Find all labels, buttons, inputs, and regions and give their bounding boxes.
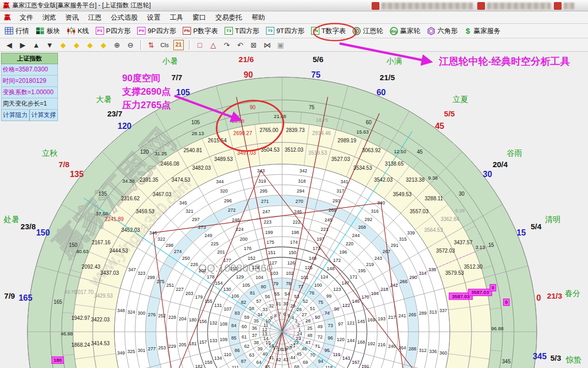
svg-text:249: 249 xyxy=(204,233,212,238)
compress-icon[interactable]: ⋈ xyxy=(261,39,273,51)
svg-text:120: 120 xyxy=(117,122,131,130)
svg-text:38: 38 xyxy=(254,340,259,345)
gann-wheel-chart[interactable]: 赢家江恩网www.yingjia360.comQQ:10080036012345… xyxy=(0,52,588,368)
svg-text:3557.03: 3557.03 xyxy=(410,209,429,214)
svg-text:3422.03: 3422.03 xyxy=(91,317,110,322)
zoom-out-icon[interactable]: ⊖ xyxy=(124,39,137,51)
toolbar-button-六角形[interactable]: 六角形 xyxy=(425,26,459,36)
svg-text:84: 84 xyxy=(231,323,237,328)
blocks-icon xyxy=(36,27,45,35)
svg-text:32: 32 xyxy=(269,303,274,308)
menu-item-公式选股[interactable]: 公式选股 xyxy=(106,12,142,23)
menu-item-工具[interactable]: 工具 xyxy=(165,12,188,23)
svg-text:27: 27 xyxy=(302,312,307,317)
menu-item-窗口[interactable]: 窗口 xyxy=(188,12,211,23)
menu-item-文件[interactable]: 文件 xyxy=(15,12,38,23)
toolbar-button-江恩轮[interactable]: 江恩轮 xyxy=(351,26,385,36)
svg-text:251: 251 xyxy=(166,283,174,288)
svg-text:7: 7 xyxy=(278,312,281,317)
square-tool-icon[interactable]: □ xyxy=(194,39,206,51)
screen-icon[interactable]: ▣ xyxy=(274,39,287,51)
triangle-tool-icon[interactable]: △ xyxy=(207,39,219,51)
drawing-toolbar: ◀▶▲▼◆◆◆◆⊕⊖⇅Cls21□△↷↶⊠⋈▣ xyxy=(0,38,588,52)
svg-text:60: 60 xyxy=(376,88,386,97)
menu-item-江恩[interactable]: 江恩 xyxy=(83,12,106,23)
toolbar-button-行情[interactable]: 行情 xyxy=(3,26,31,36)
nav-up-icon[interactable]: ▲ xyxy=(30,39,42,51)
svg-text:191: 191 xyxy=(361,364,369,368)
svg-text:2391.35: 2391.35 xyxy=(140,177,159,183)
toolbar-button-赢家服务[interactable]: $赢家服务 xyxy=(463,26,502,36)
svg-text:3572.03: 3572.03 xyxy=(436,248,455,254)
svg-text:108: 108 xyxy=(219,321,227,327)
table-icon xyxy=(5,27,13,35)
svg-text:265: 265 xyxy=(408,312,416,317)
cls-icon[interactable]: Cls xyxy=(158,39,171,51)
expand-icon[interactable]: ⊠ xyxy=(247,39,260,51)
svg-text:246: 246 xyxy=(294,209,302,214)
svg-text:立夏: 立夏 xyxy=(453,95,468,104)
svg-text:75: 75 xyxy=(318,300,324,305)
nav-down-icon[interactable]: ▼ xyxy=(43,39,56,51)
svg-text:47: 47 xyxy=(305,340,311,345)
svg-text:244: 244 xyxy=(352,233,360,238)
svg-text:247: 247 xyxy=(262,209,270,214)
menu-item-交易委托[interactable]: 交易委托 xyxy=(211,12,247,23)
svg-text:37.50: 37.50 xyxy=(96,211,108,216)
menu-item-帮助[interactable]: 帮助 xyxy=(247,12,270,23)
step-left-icon[interactable]: ◆ xyxy=(57,39,69,51)
updown-icon[interactable]: ⇅ xyxy=(145,39,157,51)
svg-text:46: 46 xyxy=(302,346,307,351)
svg-text:295: 295 xyxy=(260,188,268,194)
svg-text:75: 75 xyxy=(308,105,315,110)
step-right-icon[interactable]: ◆ xyxy=(70,39,83,51)
svg-text:299: 299 xyxy=(147,275,155,280)
svg-text:30: 30 xyxy=(283,301,288,306)
toolbar-button-板块[interactable]: 板块 xyxy=(34,26,62,36)
menu-item-设置[interactable]: 设置 xyxy=(142,12,165,23)
candles-icon xyxy=(67,27,76,35)
calendar-icon[interactable]: 21 xyxy=(173,40,184,50)
svg-text:165: 165 xyxy=(19,293,33,302)
svg-text:316: 316 xyxy=(371,209,378,214)
nav-first-icon[interactable]: ◀ xyxy=(3,39,16,51)
toolbar-button-T四方形[interactable]: T3T四方形 xyxy=(223,26,261,36)
toolbar-button-K线[interactable]: K线 xyxy=(65,26,91,36)
toolbar-button-赢家轮[interactable]: Big赢家轮 xyxy=(388,26,422,36)
svg-text:3504.53: 3504.53 xyxy=(261,147,280,153)
menu-item-浏览[interactable]: 浏览 xyxy=(38,12,61,23)
svg-text:343: 343 xyxy=(257,168,264,173)
svg-text:149: 149 xyxy=(308,256,316,261)
red-app-icon xyxy=(554,2,562,10)
step-up-icon[interactable]: ◆ xyxy=(84,39,96,51)
svg-text:146: 146 xyxy=(352,299,360,304)
toolbar-button-9T四方形[interactable]: T99T四方形 xyxy=(264,26,306,36)
rotate-cw-icon[interactable]: ↶ xyxy=(234,39,246,51)
svg-text:170: 170 xyxy=(361,295,369,300)
step-down-icon[interactable]: ◆ xyxy=(97,39,110,51)
nav-last-icon[interactable]: ▶ xyxy=(17,39,29,51)
toolbar-separator xyxy=(189,40,191,50)
button-计算支撑[interactable]: 计算支撑 xyxy=(30,110,58,121)
button-计算阻力[interactable]: 计算阻力 xyxy=(1,110,30,121)
svg-text:168: 168 xyxy=(357,340,365,345)
rotate-ccw-icon[interactable]: ↷ xyxy=(220,39,233,51)
svg-text:5: 5 xyxy=(288,313,290,318)
toolbar-button-T数字表[interactable]: TNT数字表 xyxy=(310,26,347,36)
zoom-in-icon[interactable]: ⊕ xyxy=(111,39,123,51)
svg-text:2839.73: 2839.73 xyxy=(286,127,305,133)
toolbar-button-9P四方形[interactable]: P99P四方形 xyxy=(136,26,178,36)
chip-T9: T9 xyxy=(266,27,274,35)
svg-text:3.13: 3.13 xyxy=(476,244,486,250)
toolbar-button-P数字表[interactable]: PNP数字表 xyxy=(181,26,219,36)
svg-text:36: 36 xyxy=(252,326,257,331)
svg-text:90: 90 xyxy=(244,70,253,79)
svg-text:314: 314 xyxy=(419,271,427,276)
svg-text:360: 360 xyxy=(439,350,447,356)
svg-text:59: 59 xyxy=(244,315,249,320)
toolbar-button-P四方形[interactable]: P3P四方形 xyxy=(94,26,133,36)
menu-item-资讯[interactable]: 资讯 xyxy=(61,12,83,23)
svg-text:25: 25 xyxy=(307,326,313,331)
svg-text:7/9: 7/9 xyxy=(4,291,15,300)
svg-text:127: 127 xyxy=(269,260,277,266)
